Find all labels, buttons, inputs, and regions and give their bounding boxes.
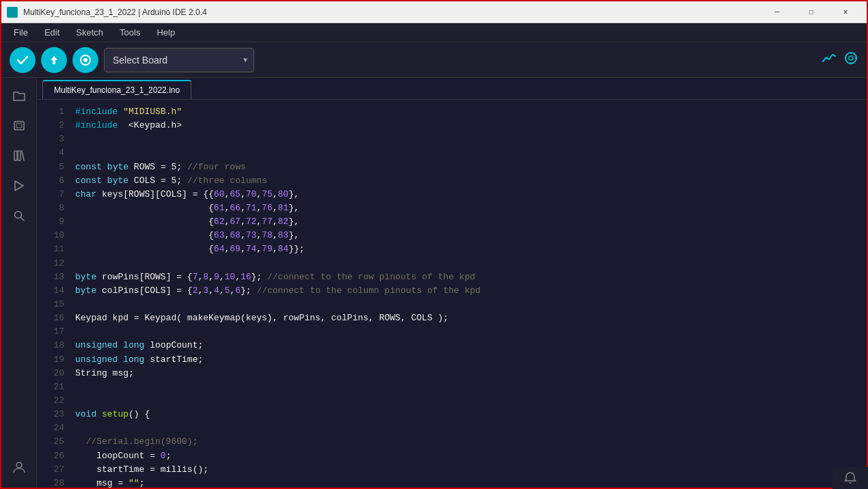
sidebar-item-folder[interactable] <box>7 83 31 108</box>
serial-monitor-button[interactable] <box>843 51 858 69</box>
sidebar-item-user[interactable] <box>7 455 31 479</box>
menu-edit[interactable]: Edit <box>38 25 66 40</box>
toolbar: Select Board <box>1 42 867 78</box>
sidebar-item-library[interactable] <box>7 143 31 168</box>
svg-line-16 <box>21 218 24 221</box>
menubar: File Edit Sketch Tools Help <box>1 23 867 42</box>
menu-file[interactable]: File <box>7 25 35 40</box>
tab-main-file[interactable]: MultiKey_funciona_23_1_2022.ino <box>42 80 191 99</box>
code-editor[interactable]: 12345 678910 1112131415 1617181920 21222… <box>37 100 867 489</box>
verify-button[interactable] <box>10 47 36 73</box>
select-board-wrapper: Select Board <box>104 48 254 72</box>
menu-tools[interactable]: Tools <box>113 25 147 40</box>
svg-point-5 <box>849 56 853 60</box>
minimize-button[interactable]: — <box>761 1 793 23</box>
svg-point-17 <box>16 462 22 468</box>
svg-rect-12 <box>14 151 17 160</box>
bell-icon <box>843 471 857 485</box>
statusbar <box>832 467 868 489</box>
menu-sketch[interactable]: Sketch <box>69 25 110 40</box>
svg-rect-10 <box>14 122 24 130</box>
debug-button[interactable] <box>72 47 98 73</box>
sidebar-item-debug[interactable] <box>7 173 31 198</box>
line-numbers: 12345 678910 1112131415 1617181920 21222… <box>37 102 70 489</box>
svg-point-3 <box>83 58 87 62</box>
tab-bar: MultiKey_funciona_23_1_2022.ino <box>37 78 867 100</box>
menu-help[interactable]: Help <box>150 25 182 40</box>
code-content[interactable]: #include "MIDIUSB.h" #include <Keypad.h>… <box>70 102 867 489</box>
editor-area: MultiKey_funciona_23_1_2022.ino 12345 67… <box>37 78 867 489</box>
maximize-button[interactable]: ☐ <box>796 1 827 23</box>
titlebar: MultiKey_funciona_23_1_2022 | Arduino ID… <box>1 1 867 23</box>
svg-marker-0 <box>51 56 57 60</box>
sidebar-item-board[interactable] <box>7 113 31 138</box>
sidebar <box>1 78 37 489</box>
toolbar-right <box>822 51 858 69</box>
upload-button[interactable] <box>41 47 67 73</box>
svg-rect-1 <box>53 60 55 64</box>
titlebar-left: MultiKey_funciona_23_1_2022 | Arduino ID… <box>7 7 207 18</box>
svg-marker-14 <box>15 181 23 191</box>
app-icon <box>7 7 18 18</box>
svg-point-4 <box>845 53 856 64</box>
window-controls: — ☐ ✕ <box>761 1 861 23</box>
window-title: MultiKey_funciona_23_1_2022 | Arduino ID… <box>23 8 207 17</box>
svg-rect-11 <box>16 124 22 128</box>
sidebar-item-search[interactable] <box>7 204 31 228</box>
sidebar-bottom <box>7 455 31 489</box>
serial-plotter-button[interactable] <box>822 51 837 69</box>
close-button[interactable]: ✕ <box>830 1 861 23</box>
select-board-dropdown[interactable]: Select Board <box>104 48 254 72</box>
svg-rect-13 <box>18 151 21 160</box>
main-layout: MultiKey_funciona_23_1_2022.ino 12345 67… <box>1 78 867 489</box>
